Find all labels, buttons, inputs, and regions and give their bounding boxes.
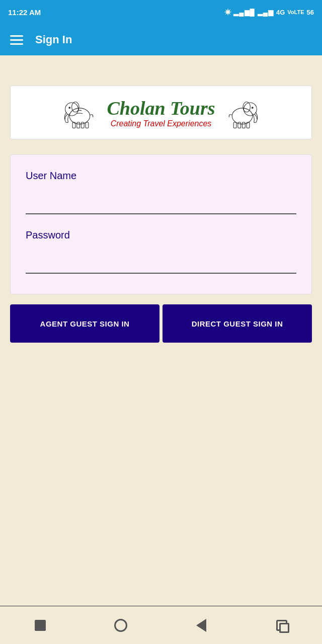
form-card: User Name Password (10, 154, 312, 294)
signal-icon-1: ▂▄▆█ (233, 9, 255, 16)
svg-point-10 (252, 107, 253, 109)
square-icon (35, 620, 46, 631)
svg-rect-5 (77, 122, 80, 128)
svg-rect-14 (237, 122, 240, 128)
battery-level: 56 (307, 9, 314, 16)
back-button[interactable] (189, 613, 214, 638)
recent-apps-button[interactable] (28, 613, 53, 638)
network-volte: VoLTE (287, 9, 304, 15)
username-input[interactable] (26, 197, 296, 214)
svg-point-1 (65, 103, 78, 116)
status-bar: 11:22 AM ✷ ▂▄▆█ ▂▄▆ 4G VoLTE 56 (0, 0, 322, 24)
overview-button[interactable] (269, 613, 294, 638)
logo-text: Cholan Tours Creating Travel Experiences (107, 97, 215, 128)
logo-tagline: Creating Travel Experiences (111, 119, 212, 128)
svg-point-9 (244, 103, 257, 116)
password-input[interactable] (26, 256, 296, 274)
app-bar: Sign In (0, 24, 322, 55)
svg-rect-13 (242, 122, 245, 128)
status-icons: ✷ ▂▄▆█ ▂▄▆ 4G VoLTE 56 (224, 8, 314, 17)
svg-rect-7 (86, 122, 89, 128)
logo-brand-name: Cholan Tours (107, 97, 215, 119)
direct-guest-sign-in-button[interactable]: DIRECT GUEST SIGN IN (163, 304, 312, 343)
recent-icon (276, 620, 287, 631)
network-4g: 4G (276, 9, 285, 16)
bottom-nav-bar (0, 606, 322, 644)
status-time: 11:22 AM (8, 8, 41, 17)
main-content: Cholan Tours Creating Travel Experiences (0, 55, 322, 358)
menu-button[interactable] (10, 35, 23, 45)
logo-card: Cholan Tours Creating Travel Experiences (10, 86, 312, 139)
svg-rect-6 (82, 122, 85, 128)
username-label: User Name (26, 170, 296, 182)
elephant-right-icon (223, 96, 261, 129)
bluetooth-icon: ✷ (224, 8, 231, 17)
home-button[interactable] (108, 613, 133, 638)
app-bar-title: Sign In (35, 33, 72, 46)
elephant-left-icon (61, 96, 99, 129)
circle-icon (114, 619, 127, 632)
svg-point-2 (69, 107, 70, 109)
password-label: Password (26, 229, 296, 241)
agent-guest-sign-in-button[interactable]: AGENT GUEST SIGN IN (10, 304, 159, 343)
back-arrow-icon (196, 619, 206, 632)
svg-rect-15 (233, 122, 236, 128)
signal-icon-2: ▂▄▆ (258, 9, 274, 16)
sign-in-buttons: AGENT GUEST SIGN IN DIRECT GUEST SIGN IN (10, 304, 312, 343)
